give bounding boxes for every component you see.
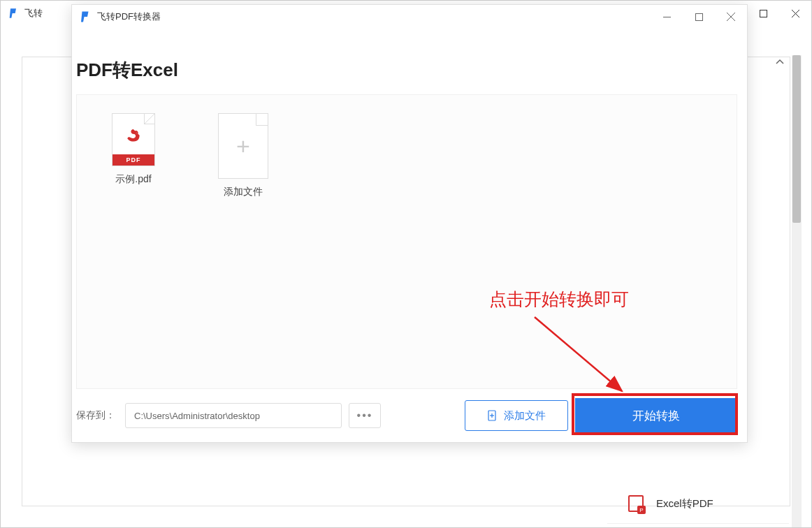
sidebar-item-label: Excel转PDF xyxy=(656,497,713,511)
outer-close-icon[interactable] xyxy=(779,1,811,26)
outer-title: 飞转 xyxy=(24,7,43,20)
outer-maximize-icon[interactable] xyxy=(747,1,779,26)
save-to-label: 保存到： xyxy=(76,409,115,422)
add-file-label: 添加文件 xyxy=(224,186,263,198)
add-file-tile[interactable]: + 添加文件 xyxy=(218,113,268,198)
sidebar-item-excel[interactable]: P Excel转PDF xyxy=(607,484,789,524)
svg-rect-1 xyxy=(760,10,767,17)
file-area: PDF 示例.pdf + 添加文件 xyxy=(76,94,737,389)
file-p-icon: P xyxy=(628,495,644,512)
pdf-badge: PDF xyxy=(113,154,154,166)
modal-maximize-icon[interactable] xyxy=(683,5,715,29)
svg-rect-5 xyxy=(695,13,702,20)
path-more-button[interactable]: ••• xyxy=(349,403,381,428)
modal-titlebar: 飞转PDF转换器 xyxy=(72,5,747,29)
file-name-label: 示例.pdf xyxy=(115,173,151,186)
modal-close-icon[interactable] xyxy=(715,5,747,29)
converter-modal: 飞转PDF转换器 PDF转Excel PDF 示例.pdf xyxy=(71,4,748,443)
start-convert-label: 开始转换 xyxy=(632,408,680,424)
app-logo-icon xyxy=(8,8,19,19)
modal-heading: PDF转Excel xyxy=(72,29,747,82)
scrollbar-thumb[interactable] xyxy=(792,55,801,223)
add-file-button[interactable]: 添加文件 xyxy=(465,400,568,431)
pdf-file-icon: PDF xyxy=(112,113,155,166)
add-file-plus-icon xyxy=(487,410,498,421)
scrollbar[interactable] xyxy=(792,55,802,527)
add-file-button-label: 添加文件 xyxy=(504,409,546,423)
save-path-input[interactable] xyxy=(125,403,342,428)
app-logo-icon xyxy=(79,10,92,23)
modal-app-title: 飞转PDF转换器 xyxy=(97,10,161,23)
start-convert-button[interactable]: 开始转换 xyxy=(575,398,737,433)
add-file-box: + xyxy=(218,113,268,179)
modal-minimize-icon[interactable] xyxy=(651,5,683,29)
modal-footer: 保存到： ••• 添加文件 开始转换 xyxy=(76,399,737,432)
plus-icon: + xyxy=(236,133,250,160)
chevron-up-icon[interactable] xyxy=(775,57,785,70)
file-item-pdf[interactable]: PDF 示例.pdf xyxy=(112,113,155,186)
